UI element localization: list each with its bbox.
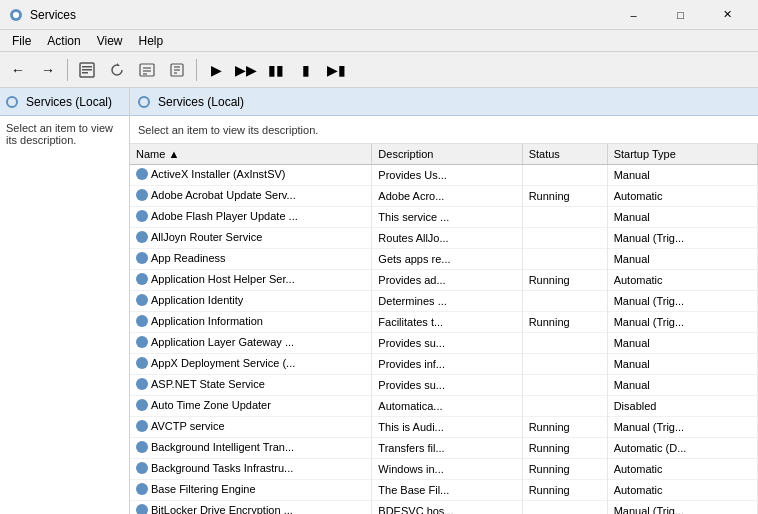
table-row[interactable]: BitLocker Drive Encryption ... BDESVC ho…	[130, 501, 758, 515]
svg-marker-6	[117, 63, 120, 66]
col-header-status[interactable]: Status	[522, 144, 607, 165]
show-console-button[interactable]	[73, 56, 101, 84]
service-name-cell: Background Tasks Infrastru...	[130, 459, 372, 480]
table-row[interactable]: Application Host Helper Ser... Provides …	[130, 270, 758, 291]
services-table[interactable]: Name ▲ Description Status Startup Type	[130, 144, 758, 514]
service-status-cell	[522, 207, 607, 228]
table-row[interactable]: Application Information Facilitates t...…	[130, 312, 758, 333]
service-name-cell: Adobe Acrobat Update Serv...	[130, 186, 372, 207]
service-startup-cell: Manual	[607, 249, 757, 270]
stop-service-button[interactable]: ▮	[292, 56, 320, 84]
service-name-cell: AVCTP service	[130, 417, 372, 438]
table-row[interactable]: AppX Deployment Service (... Provides in…	[130, 354, 758, 375]
start-service-button[interactable]: ▶	[202, 56, 230, 84]
table-row[interactable]: Background Tasks Infrastru... Windows in…	[130, 459, 758, 480]
maximize-button[interactable]: □	[658, 5, 703, 25]
content-area: Services (Local) Select an item to view …	[130, 88, 758, 514]
service-startup-cell: Manual (Trig...	[607, 501, 757, 515]
service-desc-cell: Provides inf...	[372, 354, 522, 375]
service-startup-cell: Manual	[607, 333, 757, 354]
service-desc-cell: Provides su...	[372, 333, 522, 354]
sidebar-description: Select an item to view its description.	[0, 116, 129, 152]
service-startup-cell: Automatic	[607, 186, 757, 207]
properties-button[interactable]	[163, 56, 191, 84]
resume-service-button[interactable]: ▶▶	[232, 56, 260, 84]
col-header-startup[interactable]: Startup Type	[607, 144, 757, 165]
table-row[interactable]: Base Filtering Engine The Base Fil...Run…	[130, 480, 758, 501]
service-startup-cell: Manual	[607, 375, 757, 396]
service-status-cell: Running	[522, 438, 607, 459]
menu-view[interactable]: View	[89, 32, 131, 50]
description-text: Select an item to view its description.	[138, 124, 318, 136]
service-desc-cell: BDESVC hos...	[372, 501, 522, 515]
svg-rect-5	[82, 72, 88, 74]
service-name-cell: BitLocker Drive Encryption ...	[130, 501, 372, 515]
table-row[interactable]: Background Intelligent Tran... Transfers…	[130, 438, 758, 459]
table-row[interactable]: Adobe Acrobat Update Serv... Adobe Acro.…	[130, 186, 758, 207]
content-header: Services (Local)	[130, 88, 758, 116]
service-desc-cell: This is Audi...	[372, 417, 522, 438]
service-name-cell: Application Layer Gateway ...	[130, 333, 372, 354]
services-list: Name ▲ Description Status Startup Type	[130, 144, 758, 514]
table-row[interactable]: ActiveX Installer (AxInstSV) Provides Us…	[130, 165, 758, 186]
service-desc-cell: Automatica...	[372, 396, 522, 417]
app-icon	[8, 7, 24, 23]
service-desc-cell: Determines ...	[372, 291, 522, 312]
sidebar-header: Services (Local)	[0, 88, 129, 116]
menu-file[interactable]: File	[4, 32, 39, 50]
service-status-cell: Running	[522, 459, 607, 480]
service-name-cell: App Readiness	[130, 249, 372, 270]
col-header-name[interactable]: Name ▲	[130, 144, 372, 165]
toolbar-sep-2	[196, 59, 197, 81]
service-status-cell: Running	[522, 186, 607, 207]
service-startup-cell: Automatic	[607, 480, 757, 501]
service-startup-cell: Manual (Trig...	[607, 228, 757, 249]
refresh-button[interactable]	[103, 56, 131, 84]
pause-service-button[interactable]: ▮▮	[262, 56, 290, 84]
sidebar-search-icon	[6, 96, 18, 108]
service-startup-cell: Manual	[607, 165, 757, 186]
menu-bar: File Action View Help	[0, 30, 758, 52]
description-bar: Select an item to view its description.	[130, 116, 758, 144]
table-row[interactable]: ASP.NET State Service Provides su...Manu…	[130, 375, 758, 396]
table-row[interactable]: App Readiness Gets apps re...Manual	[130, 249, 758, 270]
service-status-cell	[522, 291, 607, 312]
service-desc-cell: This service ...	[372, 207, 522, 228]
export-button[interactable]	[133, 56, 161, 84]
service-status-cell	[522, 501, 607, 515]
menu-help[interactable]: Help	[131, 32, 172, 50]
col-header-desc[interactable]: Description	[372, 144, 522, 165]
service-startup-cell: Manual	[607, 207, 757, 228]
table-row[interactable]: Auto Time Zone Updater Automatica...Disa…	[130, 396, 758, 417]
service-status-cell	[522, 228, 607, 249]
table-row[interactable]: Application Identity Determines ...Manua…	[130, 291, 758, 312]
service-name-cell: Auto Time Zone Updater	[130, 396, 372, 417]
table-row[interactable]: AVCTP service This is Audi...RunningManu…	[130, 417, 758, 438]
table-row[interactable]: Application Layer Gateway ... Provides s…	[130, 333, 758, 354]
service-startup-cell: Automatic (D...	[607, 438, 757, 459]
service-status-cell	[522, 396, 607, 417]
menu-action[interactable]: Action	[39, 32, 88, 50]
service-status-cell: Running	[522, 480, 607, 501]
service-startup-cell: Automatic	[607, 459, 757, 480]
service-name-cell: ActiveX Installer (AxInstSV)	[130, 165, 372, 186]
svg-point-1	[13, 12, 19, 18]
service-desc-cell: Provides ad...	[372, 270, 522, 291]
table-row[interactable]: Adobe Flash Player Update ... This servi…	[130, 207, 758, 228]
service-desc-cell: Windows in...	[372, 459, 522, 480]
service-name-cell: ASP.NET State Service	[130, 375, 372, 396]
service-status-cell	[522, 354, 607, 375]
service-desc-cell: Routes AllJo...	[372, 228, 522, 249]
minimize-button[interactable]: –	[611, 5, 656, 25]
restart-service-button[interactable]: ▶▮	[322, 56, 350, 84]
forward-button[interactable]: →	[34, 56, 62, 84]
toolbar: ← → ▶ ▶▶ ▮▮ ▮ ▶▮	[0, 52, 758, 88]
service-startup-cell: Manual (Trig...	[607, 291, 757, 312]
service-name-cell: Base Filtering Engine	[130, 480, 372, 501]
service-name-cell: AppX Deployment Service (...	[130, 354, 372, 375]
table-row[interactable]: AllJoyn Router Service Routes AllJo...Ma…	[130, 228, 758, 249]
close-button[interactable]: ✕	[705, 5, 750, 25]
service-name-cell: Background Intelligent Tran...	[130, 438, 372, 459]
sidebar-title: Services (Local)	[26, 95, 112, 109]
back-button[interactable]: ←	[4, 56, 32, 84]
